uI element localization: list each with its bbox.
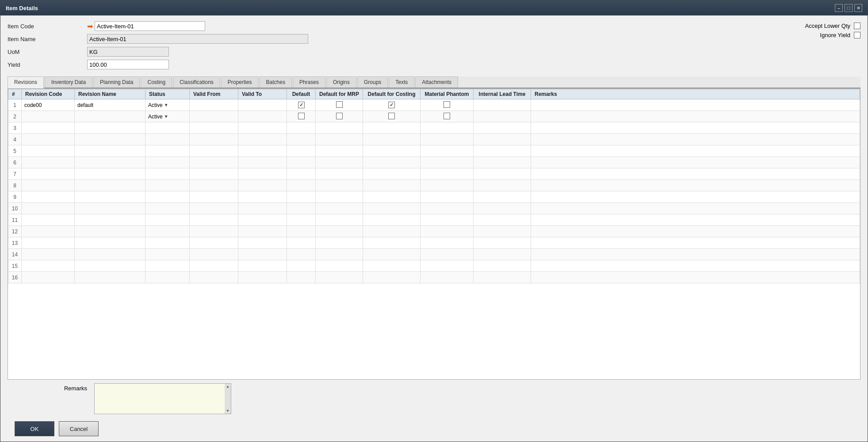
col-header-valid-to: Valid To: [238, 89, 287, 99]
title-bar: Item Details – □ ✕: [0, 0, 868, 15]
accept-lower-qty-checkbox[interactable]: [854, 23, 860, 29]
table-row: 4: [8, 134, 860, 145]
table-row: 14: [8, 249, 860, 260]
col-header-default: Default: [287, 89, 316, 99]
tabs-bar: Revisions Inventory Data Planning Data C…: [8, 76, 860, 88]
tab-classifications[interactable]: Classifications: [173, 76, 220, 88]
row-1-default-costing-checkbox[interactable]: [388, 102, 395, 108]
tab-attachments[interactable]: Attachments: [415, 76, 458, 88]
close-button[interactable]: ✕: [854, 4, 862, 12]
row-2-default-costing[interactable]: [363, 111, 421, 122]
row-2-material-phantom[interactable]: [421, 111, 474, 122]
row-1-material-phantom[interactable]: [421, 99, 474, 111]
table-row: 3: [8, 122, 860, 134]
tab-revisions[interactable]: Revisions: [8, 76, 44, 88]
yield-input[interactable]: [87, 60, 169, 69]
tab-groups[interactable]: Groups: [357, 76, 388, 88]
table-row: 15: [8, 260, 860, 272]
table-row: 2 Active ▼: [8, 111, 860, 122]
row-1-default-mrp-checkbox[interactable]: [336, 101, 343, 108]
row-1-internal-lead-time[interactable]: [474, 99, 531, 111]
col-header-remarks: Remarks: [531, 89, 860, 99]
row-2-status[interactable]: Active ▼: [145, 111, 190, 122]
row-1-revision-code[interactable]: code00: [22, 99, 75, 111]
col-header-default-mrp: Default for MRP: [316, 89, 363, 99]
remarks-textarea[interactable]: [95, 384, 231, 414]
col-header-default-costing: Default for Costing: [363, 89, 421, 99]
row-1-default-mrp[interactable]: [316, 99, 363, 111]
scroll-up-arrow[interactable]: ▲: [226, 385, 229, 389]
item-name-label: Item Name: [8, 36, 87, 42]
ignore-yield-checkbox[interactable]: [854, 32, 860, 38]
table-row: 12: [8, 226, 860, 237]
table-row: 7: [8, 168, 860, 180]
col-header-status: Status: [145, 89, 190, 99]
row-2-valid-from[interactable]: [190, 111, 238, 122]
row-2-default-mrp-checkbox[interactable]: [336, 113, 343, 119]
row-1-valid-from[interactable]: [190, 99, 238, 111]
row-1-default[interactable]: [287, 99, 316, 111]
row-2-num: 2: [8, 111, 22, 122]
table-body: 1 code00 default Active ▼: [8, 99, 860, 283]
table-row: 10: [8, 203, 860, 214]
row-1-remarks[interactable]: [531, 99, 860, 111]
col-header-material-phantom: Material Phantom: [421, 89, 474, 99]
cancel-button[interactable]: Cancel: [59, 421, 99, 436]
status-dropdown-arrow[interactable]: ▼: [164, 103, 168, 107]
item-code-input[interactable]: [95, 21, 205, 31]
status-dropdown-arrow-2[interactable]: ▼: [164, 114, 168, 119]
revisions-table: # Revision Code Revision Name Status Val…: [8, 89, 860, 283]
tab-costing[interactable]: Costing: [141, 76, 172, 88]
table-row: 16: [8, 272, 860, 283]
ok-button[interactable]: OK: [15, 421, 54, 436]
tab-phrases[interactable]: Phrases: [293, 76, 325, 88]
row-2-default-mrp[interactable]: [316, 111, 363, 122]
tab-inventory-data[interactable]: Inventory Data: [45, 76, 92, 88]
scroll-down-arrow[interactable]: ▼: [226, 409, 229, 413]
ignore-yield-label: Ignore Yield: [788, 32, 850, 38]
col-header-internal-lead-time: Internal Lead Time: [474, 89, 531, 99]
row-2-default-checkbox[interactable]: [298, 113, 305, 119]
table-row: 11: [8, 214, 860, 226]
content-area: Item Code ➡ Item Name UoM Yield: [0, 15, 868, 442]
tab-origins[interactable]: Origins: [326, 76, 356, 88]
tab-batches[interactable]: Batches: [260, 76, 292, 88]
item-code-row: Item Code ➡: [8, 21, 308, 31]
col-header-valid-from: Valid From: [190, 89, 238, 99]
table-row: 13: [8, 237, 860, 249]
row-2-revision-name[interactable]: [75, 111, 145, 122]
row-1-status[interactable]: Active ▼: [145, 99, 190, 111]
window-controls: – □ ✕: [835, 4, 862, 12]
remarks-scrollbar[interactable]: ▲ ▼: [225, 384, 231, 414]
uom-label: UoM: [8, 49, 87, 55]
tab-properties[interactable]: Properties: [221, 76, 259, 88]
yield-row: Yield: [8, 59, 308, 70]
table-header-row: # Revision Code Revision Name Status Val…: [8, 89, 860, 99]
accept-lower-qty-label: Accept Lower Qty: [788, 23, 850, 29]
window-title: Item Details: [6, 5, 38, 11]
row-2-material-phantom-checkbox[interactable]: [444, 113, 450, 119]
row-2-internal-lead-time[interactable]: [474, 111, 531, 122]
remarks-wrapper: ▲ ▼: [94, 383, 231, 414]
row-1-default-checkbox[interactable]: [298, 102, 305, 108]
row-2-remarks[interactable]: [531, 111, 860, 122]
tab-planning-data[interactable]: Planning Data: [93, 76, 140, 88]
table-row: 8: [8, 180, 860, 191]
item-name-input[interactable]: [87, 34, 308, 44]
revisions-table-container: # Revision Code Revision Name Status Val…: [8, 88, 860, 380]
row-1-material-phantom-checkbox[interactable]: [444, 101, 450, 108]
footer: OK Cancel: [8, 421, 860, 436]
maximize-button[interactable]: □: [845, 4, 853, 12]
uom-input[interactable]: [87, 47, 169, 57]
row-2-default[interactable]: [287, 111, 316, 122]
tab-texts[interactable]: Texts: [389, 76, 414, 88]
row-1-valid-to[interactable]: [238, 99, 287, 111]
row-1-revision-name[interactable]: default: [75, 99, 145, 111]
minimize-button[interactable]: –: [835, 4, 843, 12]
right-fields: Accept Lower Qty Ignore Yield: [317, 21, 860, 72]
row-2-default-costing-checkbox[interactable]: [388, 113, 395, 119]
uom-row: UoM: [8, 46, 308, 57]
row-1-default-costing[interactable]: [363, 99, 421, 111]
row-2-valid-to[interactable]: [238, 111, 287, 122]
row-2-revision-code[interactable]: [22, 111, 75, 122]
